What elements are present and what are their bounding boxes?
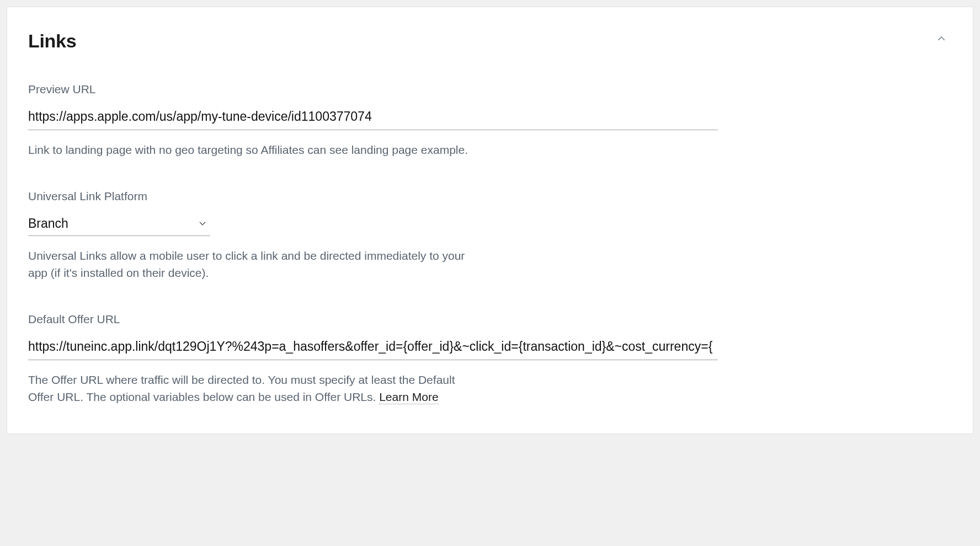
default-offer-url-help: The Offer URL where traffic will be dire… — [28, 371, 464, 406]
universal-link-selected-value: Branch — [28, 216, 68, 231]
chevron-down-icon — [198, 219, 207, 228]
default-offer-url-label: Default Offer URL — [28, 313, 718, 326]
default-offer-url-input[interactable] — [28, 336, 718, 360]
preview-url-label: Preview URL — [28, 83, 718, 96]
universal-link-field-group: Universal Link Platform Branch Universal… — [28, 190, 718, 282]
section-title: Links — [28, 30, 76, 52]
card-header: Links — [28, 30, 952, 52]
universal-link-select[interactable]: Branch — [28, 213, 210, 236]
collapse-icon[interactable] — [936, 34, 946, 44]
preview-url-input[interactable] — [28, 106, 718, 130]
default-offer-url-field-group: Default Offer URL The Offer URL where tr… — [28, 313, 718, 406]
preview-url-help: Link to landing page with no geo targeti… — [28, 141, 718, 159]
universal-link-label: Universal Link Platform — [28, 190, 718, 203]
universal-link-help: Universal Links allow a mobile user to c… — [28, 247, 475, 282]
learn-more-link[interactable]: Learn More — [379, 390, 438, 404]
preview-url-field-group: Preview URL Link to landing page with no… — [28, 83, 718, 159]
links-section-card: Links Preview URL Link to landing page w… — [7, 7, 973, 434]
